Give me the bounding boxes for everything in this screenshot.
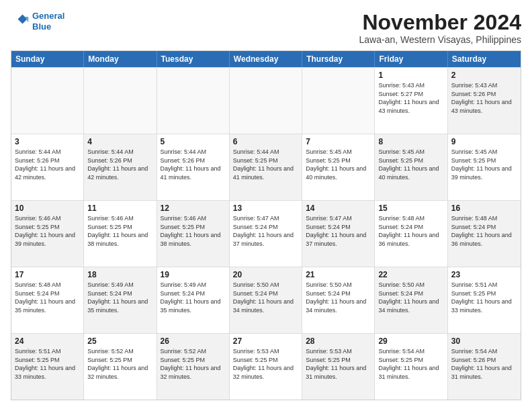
day-number: 4 bbox=[87, 137, 152, 146]
day-number: 12 bbox=[161, 203, 226, 213]
day-number: 10 bbox=[15, 203, 80, 213]
day-info: Sunrise: 5:44 AM Sunset: 5:26 PM Dayligh… bbox=[87, 148, 152, 181]
logo-text: General Blue bbox=[32, 11, 64, 32]
day-number: 26 bbox=[161, 336, 226, 346]
weekday-header: Sunday bbox=[11, 51, 84, 67]
calendar-cell: 11Sunrise: 5:46 AM Sunset: 5:25 PM Dayli… bbox=[84, 201, 157, 267]
weekday-header: Thursday bbox=[302, 51, 375, 67]
calendar-cell: 19Sunrise: 5:49 AM Sunset: 5:24 PM Dayli… bbox=[157, 267, 230, 333]
day-number: 22 bbox=[378, 270, 443, 279]
day-info: Sunrise: 5:54 AM Sunset: 5:25 PM Dayligh… bbox=[378, 347, 443, 381]
day-info: Sunrise: 5:54 AM Sunset: 5:26 PM Dayligh… bbox=[451, 347, 517, 381]
day-number: 23 bbox=[451, 270, 517, 279]
calendar-cell: 12Sunrise: 5:46 AM Sunset: 5:25 PM Dayli… bbox=[157, 201, 230, 267]
day-number: 13 bbox=[233, 203, 298, 213]
calendar-cell: 4Sunrise: 5:44 AM Sunset: 5:26 PM Daylig… bbox=[84, 134, 157, 200]
calendar-cell: 8Sunrise: 5:45 AM Sunset: 5:25 PM Daylig… bbox=[375, 134, 447, 200]
svg-marker-0 bbox=[18, 14, 28, 24]
weekday-header: Friday bbox=[375, 51, 447, 67]
calendar-cell: 1Sunrise: 5:43 AM Sunset: 5:27 PM Daylig… bbox=[375, 68, 447, 134]
calendar-cell: 18Sunrise: 5:49 AM Sunset: 5:24 PM Dayli… bbox=[84, 267, 157, 333]
calendar-cell: 26Sunrise: 5:52 AM Sunset: 5:25 PM Dayli… bbox=[157, 334, 230, 400]
calendar-body: 1Sunrise: 5:43 AM Sunset: 5:27 PM Daylig… bbox=[11, 67, 521, 400]
calendar-cell: 5Sunrise: 5:44 AM Sunset: 5:26 PM Daylig… bbox=[157, 134, 230, 200]
weekday-header: Wednesday bbox=[230, 51, 302, 67]
day-info: Sunrise: 5:51 AM Sunset: 5:25 PM Dayligh… bbox=[451, 281, 517, 314]
day-number: 18 bbox=[87, 270, 152, 279]
day-info: Sunrise: 5:53 AM Sunset: 5:25 PM Dayligh… bbox=[233, 347, 298, 381]
calendar-cell bbox=[11, 68, 84, 134]
day-number: 21 bbox=[306, 270, 371, 279]
day-number: 14 bbox=[306, 203, 371, 213]
day-number: 7 bbox=[306, 137, 371, 146]
calendar-cell: 13Sunrise: 5:47 AM Sunset: 5:24 PM Dayli… bbox=[230, 201, 302, 267]
day-number: 20 bbox=[233, 270, 298, 279]
calendar-row: 17Sunrise: 5:48 AM Sunset: 5:24 PM Dayli… bbox=[11, 267, 521, 333]
day-info: Sunrise: 5:45 AM Sunset: 5:25 PM Dayligh… bbox=[451, 148, 517, 181]
calendar-header: SundayMondayTuesdayWednesdayThursdayFrid… bbox=[11, 51, 521, 67]
calendar-cell: 25Sunrise: 5:52 AM Sunset: 5:25 PM Dayli… bbox=[84, 334, 157, 400]
calendar-cell: 22Sunrise: 5:50 AM Sunset: 5:24 PM Dayli… bbox=[375, 267, 447, 333]
calendar-cell: 15Sunrise: 5:48 AM Sunset: 5:24 PM Dayli… bbox=[375, 201, 447, 267]
weekday-header: Monday bbox=[84, 51, 157, 67]
day-info: Sunrise: 5:43 AM Sunset: 5:27 PM Dayligh… bbox=[378, 81, 443, 115]
calendar-cell: 21Sunrise: 5:50 AM Sunset: 5:24 PM Dayli… bbox=[302, 267, 375, 333]
calendar-cell: 27Sunrise: 5:53 AM Sunset: 5:25 PM Dayli… bbox=[230, 334, 302, 400]
day-info: Sunrise: 5:50 AM Sunset: 5:24 PM Dayligh… bbox=[306, 281, 371, 314]
calendar-cell: 28Sunrise: 5:53 AM Sunset: 5:25 PM Dayli… bbox=[302, 334, 375, 400]
calendar-row: 10Sunrise: 5:46 AM Sunset: 5:25 PM Dayli… bbox=[11, 200, 521, 267]
logo-line2: Blue bbox=[32, 21, 51, 32]
main-title: November 2024 bbox=[359, 11, 522, 34]
day-info: Sunrise: 5:44 AM Sunset: 5:26 PM Dayligh… bbox=[15, 148, 80, 181]
day-info: Sunrise: 5:46 AM Sunset: 5:25 PM Dayligh… bbox=[15, 214, 80, 248]
calendar-row: 3Sunrise: 5:44 AM Sunset: 5:26 PM Daylig… bbox=[11, 134, 521, 200]
day-info: Sunrise: 5:52 AM Sunset: 5:25 PM Dayligh… bbox=[161, 347, 226, 381]
page: General Blue November 2024 Lawa-an, West… bbox=[0, 0, 532, 411]
day-info: Sunrise: 5:50 AM Sunset: 5:24 PM Dayligh… bbox=[233, 281, 298, 314]
day-number: 17 bbox=[15, 270, 80, 279]
calendar-cell: 29Sunrise: 5:54 AM Sunset: 5:25 PM Dayli… bbox=[375, 334, 447, 400]
calendar-cell bbox=[230, 68, 302, 134]
calendar-cell bbox=[157, 68, 230, 134]
day-number: 8 bbox=[378, 137, 443, 146]
day-number: 19 bbox=[161, 270, 226, 279]
day-number: 11 bbox=[87, 203, 152, 213]
day-info: Sunrise: 5:46 AM Sunset: 5:25 PM Dayligh… bbox=[161, 214, 226, 248]
weekday-header: Tuesday bbox=[157, 51, 230, 67]
calendar-cell: 2Sunrise: 5:43 AM Sunset: 5:26 PM Daylig… bbox=[448, 68, 521, 134]
day-number: 25 bbox=[87, 336, 152, 346]
weekday-header: Saturday bbox=[448, 51, 521, 67]
day-info: Sunrise: 5:50 AM Sunset: 5:24 PM Dayligh… bbox=[378, 281, 443, 314]
logo-icon bbox=[11, 12, 30, 31]
day-number: 6 bbox=[233, 137, 298, 146]
day-number: 9 bbox=[451, 137, 517, 146]
calendar-cell: 20Sunrise: 5:50 AM Sunset: 5:24 PM Dayli… bbox=[230, 267, 302, 333]
day-info: Sunrise: 5:47 AM Sunset: 5:24 PM Dayligh… bbox=[306, 214, 371, 248]
calendar-cell: 7Sunrise: 5:45 AM Sunset: 5:25 PM Daylig… bbox=[302, 134, 375, 200]
day-number: 28 bbox=[306, 336, 371, 346]
day-number: 24 bbox=[15, 336, 80, 346]
calendar-cell: 23Sunrise: 5:51 AM Sunset: 5:25 PM Dayli… bbox=[448, 267, 521, 333]
calendar: SundayMondayTuesdayWednesdayThursdayFrid… bbox=[11, 50, 521, 400]
calendar-cell: 6Sunrise: 5:44 AM Sunset: 5:25 PM Daylig… bbox=[230, 134, 302, 200]
day-number: 15 bbox=[378, 203, 443, 213]
day-number: 30 bbox=[451, 336, 517, 346]
day-number: 3 bbox=[15, 137, 80, 146]
subtitle: Lawa-an, Western Visayas, Philippines bbox=[359, 34, 522, 45]
calendar-row: 1Sunrise: 5:43 AM Sunset: 5:27 PM Daylig… bbox=[11, 67, 521, 134]
logo: General Blue bbox=[11, 11, 64, 32]
day-number: 2 bbox=[451, 71, 517, 80]
calendar-cell: 16Sunrise: 5:48 AM Sunset: 5:24 PM Dayli… bbox=[448, 201, 521, 267]
title-block: November 2024 Lawa-an, Western Visayas, … bbox=[359, 11, 522, 45]
day-info: Sunrise: 5:45 AM Sunset: 5:25 PM Dayligh… bbox=[378, 148, 443, 181]
calendar-cell: 30Sunrise: 5:54 AM Sunset: 5:26 PM Dayli… bbox=[448, 334, 521, 400]
day-info: Sunrise: 5:47 AM Sunset: 5:24 PM Dayligh… bbox=[233, 214, 298, 248]
day-info: Sunrise: 5:43 AM Sunset: 5:26 PM Dayligh… bbox=[451, 81, 517, 115]
day-info: Sunrise: 5:53 AM Sunset: 5:25 PM Dayligh… bbox=[306, 347, 371, 381]
day-number: 27 bbox=[233, 336, 298, 346]
day-number: 16 bbox=[451, 203, 517, 213]
day-number: 5 bbox=[161, 137, 226, 146]
day-info: Sunrise: 5:48 AM Sunset: 5:24 PM Dayligh… bbox=[15, 281, 80, 314]
calendar-cell: 14Sunrise: 5:47 AM Sunset: 5:24 PM Dayli… bbox=[302, 201, 375, 267]
day-info: Sunrise: 5:49 AM Sunset: 5:24 PM Dayligh… bbox=[161, 281, 226, 314]
